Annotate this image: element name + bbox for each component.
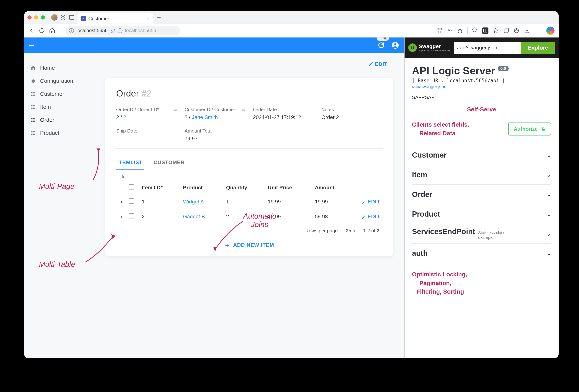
swagger-logo-text: Swagger: [419, 43, 450, 49]
home-button[interactable]: [49, 27, 55, 34]
expand-row-icon[interactable]: ›: [116, 209, 127, 224]
read-aloud-icon[interactable]: A»: [446, 27, 453, 34]
hamburger-icon[interactable]: [29, 44, 34, 47]
new-tab-button[interactable]: +: [156, 13, 162, 21]
swagger-section-order[interactable]: Order⌄: [412, 184, 551, 204]
orderid-link[interactable]: 2: [123, 114, 126, 120]
product-link[interactable]: Gadget B: [183, 214, 205, 219]
more-menu-icon[interactable]: ···: [534, 27, 540, 34]
sidebar-item-home[interactable]: Home: [30, 62, 98, 74]
sidebar-item-order[interactable]: Order: [30, 114, 98, 125]
swagger-url-input[interactable]: /api/swagger.json: [454, 42, 521, 54]
swagger-section-item[interactable]: Item⌄: [412, 165, 551, 184]
annotation-footer: Optimistic Locking, Pagination, Filterin…: [412, 270, 551, 296]
refresh-icon[interactable]: [377, 42, 385, 49]
chevron-down-icon: ▼: [353, 229, 356, 233]
swagger-section-product[interactable]: Product⌄: [412, 204, 551, 224]
pager-label: Rows per page:: [305, 228, 339, 234]
field-menu-icon[interactable]: [173, 109, 177, 111]
workspaces-icon[interactable]: [60, 14, 66, 20]
edit-button-top[interactable]: EDIT: [368, 61, 387, 67]
tab-customer[interactable]: CUSTOMER: [152, 156, 186, 170]
apps-icon[interactable]: [436, 27, 442, 34]
maximize-window[interactable]: [41, 15, 45, 19]
profile-avatar[interactable]: [51, 14, 58, 21]
cell-itemid: 1: [140, 194, 181, 209]
favorite-icon[interactable]: [457, 27, 463, 34]
field-orderid: OrderID / Order I D* 2 / 2: [116, 107, 177, 120]
field-value: Order 2: [321, 114, 382, 120]
split-screen-icon[interactable]: [482, 27, 489, 34]
product-link[interactable]: Widget A: [183, 199, 204, 205]
collections-icon[interactable]: [503, 27, 509, 34]
add-new-item-button[interactable]: ＋ ADD NEW ITEM: [116, 235, 382, 250]
sidebar-item-product[interactable]: Product: [30, 127, 98, 139]
cell-unitprice: 19.99: [266, 194, 313, 209]
chevron-down-icon: ⌄: [547, 211, 551, 217]
field-label: CustomerID / Customer: [185, 107, 235, 112]
expand-row-icon[interactable]: ›: [116, 194, 127, 209]
swagger-api-name: SAFRSAPI: [412, 94, 551, 100]
swagger-section-customer[interactable]: Customer⌄: [412, 145, 551, 165]
swagger-logo-sub: supported by SMARTBEAR: [419, 49, 450, 52]
reload-button[interactable]: [39, 27, 45, 34]
list-icon: [30, 117, 36, 123]
row-edit-button[interactable]: EDIT: [354, 214, 380, 220]
sidebar-item-configuration[interactable]: Configuration: [30, 75, 98, 86]
svg-rect-3: [440, 28, 442, 30]
sidebar-toggle-icon[interactable]: [69, 14, 74, 20]
sidebar: Home Configuration Customer Item: [24, 53, 104, 358]
swagger-section-servicesendpoint[interactable]: ServicesEndPointStateless class example⌄: [412, 224, 551, 243]
tab-close-icon[interactable]: ×: [146, 16, 149, 21]
tab-itemlist[interactable]: ITEMLIST: [116, 156, 144, 170]
tab-title: Customer: [88, 16, 109, 21]
swagger-section-auth[interactable]: auth⌄: [412, 243, 551, 263]
site-info-icon-2[interactable]: i: [118, 28, 123, 33]
card-title: Order #2: [116, 88, 382, 98]
sidebar-item-item[interactable]: Item: [30, 101, 98, 112]
authorize-button[interactable]: Authorize: [508, 123, 551, 136]
select-all-checkbox[interactable]: [129, 184, 134, 189]
field-grid: OrderID / Order I D* 2 / 2 CustomerID / …: [116, 107, 382, 142]
svg-point-10: [394, 43, 396, 45]
sidebar-item-label: Product: [40, 130, 59, 136]
field-menu-icon[interactable]: [242, 109, 245, 111]
pencil-icon: [368, 62, 373, 67]
row-checkbox[interactable]: [129, 198, 134, 204]
row-checkbox[interactable]: [129, 213, 134, 219]
browser-tab[interactable]: Customer ×: [77, 13, 153, 24]
explore-button[interactable]: Explore: [521, 42, 555, 54]
plus-icon: ＋: [224, 242, 230, 248]
downloads-icon[interactable]: [524, 27, 530, 34]
col-unitprice[interactable]: Unit Price: [266, 181, 313, 194]
col-amount[interactable]: Amount: [313, 181, 353, 194]
extensions-icon[interactable]: [472, 27, 478, 34]
sidebar-item-customer[interactable]: Customer: [30, 88, 98, 99]
tab-favicon: [81, 16, 86, 21]
minimize-window[interactable]: [34, 15, 38, 19]
field-label: Notes: [321, 107, 334, 112]
performance-icon[interactable]: [513, 27, 520, 34]
svg-rect-14: [542, 129, 545, 131]
account-icon[interactable]: [391, 41, 399, 49]
favorites-bar-icon[interactable]: [493, 27, 499, 34]
copilot-icon[interactable]: [546, 27, 555, 35]
customer-link[interactable]: Jane Smith: [192, 114, 218, 120]
row-edit-button[interactable]: EDIT: [354, 199, 380, 205]
col-product[interactable]: Product: [181, 181, 224, 194]
cell-amount: 59.98: [313, 209, 353, 224]
site-info-icon[interactable]: i: [69, 28, 74, 33]
back-button[interactable]: [28, 27, 35, 34]
address-bar[interactable]: i localhost:5656 i localhost:5656: [65, 26, 180, 35]
window-controls: [27, 15, 45, 19]
swagger-json-link[interactable]: /api/swagger.json: [412, 84, 446, 89]
close-window[interactable]: [27, 15, 32, 19]
cell-qty: 2: [224, 209, 266, 224]
browser-toolbar: i localhost:5656 i localhost:5656 A» ···: [24, 24, 559, 37]
rows-per-page-select[interactable]: 25▼: [346, 228, 356, 234]
col-itemid[interactable]: Item I D*: [140, 181, 181, 194]
overflow-chip[interactable]: ··· ×: [377, 37, 389, 41]
gear-icon: [30, 78, 36, 84]
pencil-icon: [362, 215, 365, 219]
col-qty[interactable]: Quantity: [224, 181, 266, 194]
